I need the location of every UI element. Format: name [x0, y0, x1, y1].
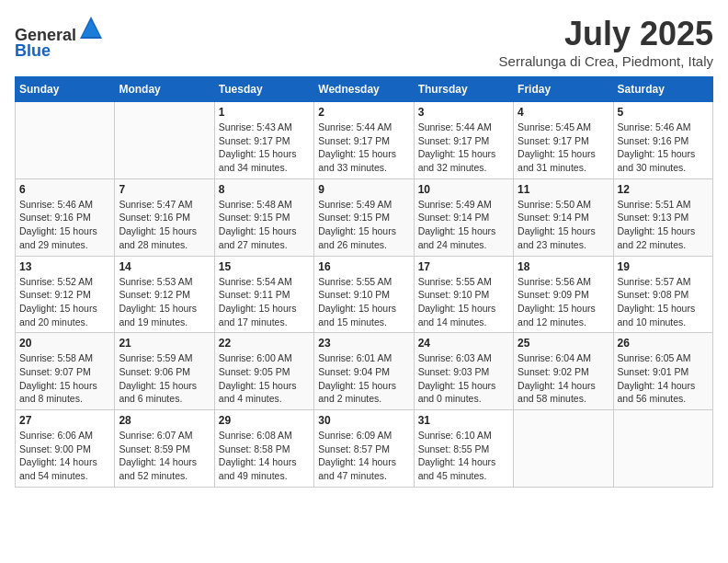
day-info: Sunrise: 5:57 AM Sunset: 9:08 PM Dayligh… — [618, 275, 709, 329]
title-block: July 2025 Serralunga di Crea, Piedmont, … — [499, 15, 713, 69]
day-info: Sunrise: 6:00 AM Sunset: 9:05 PM Dayligh… — [219, 351, 310, 406]
day-number: 8 — [219, 183, 310, 196]
day-info: Sunrise: 5:46 AM Sunset: 9:16 PM Dayligh… — [618, 121, 709, 175]
calendar-cell: 1Sunrise: 5:43 AM Sunset: 9:17 PM Daylig… — [214, 102, 313, 179]
weekday-header: Wednesday — [314, 77, 414, 102]
day-number: 16 — [318, 260, 409, 273]
calendar-cell: 22Sunrise: 6:00 AM Sunset: 9:05 PM Dayli… — [214, 333, 313, 410]
day-info: Sunrise: 5:49 AM Sunset: 9:14 PM Dayligh… — [418, 198, 509, 252]
day-info: Sunrise: 6:10 AM Sunset: 8:55 PM Dayligh… — [418, 429, 509, 483]
day-number: 10 — [418, 183, 509, 196]
day-info: Sunrise: 6:04 AM Sunset: 9:02 PM Dayligh… — [518, 351, 609, 406]
calendar-cell: 28Sunrise: 6:07 AM Sunset: 8:59 PM Dayli… — [115, 410, 214, 488]
day-info: Sunrise: 5:46 AM Sunset: 9:16 PM Dayligh… — [19, 198, 110, 252]
day-info: Sunrise: 5:52 AM Sunset: 9:12 PM Dayligh… — [19, 275, 110, 329]
calendar-cell: 11Sunrise: 5:50 AM Sunset: 9:14 PM Dayli… — [514, 178, 613, 256]
calendar-cell: 27Sunrise: 6:06 AM Sunset: 9:00 PM Dayli… — [16, 410, 115, 488]
day-info: Sunrise: 5:55 AM Sunset: 9:10 PM Dayligh… — [418, 275, 509, 329]
day-number: 28 — [119, 414, 210, 427]
calendar-cell: 29Sunrise: 6:08 AM Sunset: 8:58 PM Dayli… — [214, 410, 313, 488]
calendar-cell: 21Sunrise: 5:59 AM Sunset: 9:06 PM Dayli… — [115, 333, 214, 410]
calendar-week-row: 20Sunrise: 5:58 AM Sunset: 9:07 PM Dayli… — [16, 333, 713, 410]
calendar-cell: 8Sunrise: 5:48 AM Sunset: 9:15 PM Daylig… — [214, 178, 313, 256]
calendar-cell — [613, 410, 712, 488]
calendar-cell: 18Sunrise: 5:56 AM Sunset: 9:09 PM Dayli… — [514, 256, 613, 333]
calendar-week-row: 13Sunrise: 5:52 AM Sunset: 9:12 PM Dayli… — [16, 256, 713, 333]
calendar-cell: 6Sunrise: 5:46 AM Sunset: 9:16 PM Daylig… — [16, 178, 115, 256]
day-number: 11 — [518, 183, 609, 196]
calendar-cell: 20Sunrise: 5:58 AM Sunset: 9:07 PM Dayli… — [16, 333, 115, 410]
day-info: Sunrise: 5:56 AM Sunset: 9:09 PM Dayligh… — [518, 275, 609, 329]
day-number: 23 — [318, 337, 409, 350]
logo-blue-text: Blue — [15, 41, 104, 61]
calendar-cell: 3Sunrise: 5:44 AM Sunset: 9:17 PM Daylig… — [414, 102, 513, 179]
day-number: 6 — [19, 183, 110, 196]
calendar-cell: 9Sunrise: 5:49 AM Sunset: 9:15 PM Daylig… — [314, 178, 414, 256]
day-number: 7 — [119, 183, 210, 196]
day-number: 30 — [318, 414, 409, 427]
day-info: Sunrise: 5:58 AM Sunset: 9:07 PM Dayligh… — [19, 351, 110, 406]
calendar-cell: 13Sunrise: 5:52 AM Sunset: 9:12 PM Dayli… — [16, 256, 115, 333]
day-number: 19 — [618, 260, 709, 273]
day-info: Sunrise: 6:03 AM Sunset: 9:03 PM Dayligh… — [418, 351, 509, 406]
calendar-week-row: 1Sunrise: 5:43 AM Sunset: 9:17 PM Daylig… — [16, 102, 713, 179]
calendar-cell: 30Sunrise: 6:09 AM Sunset: 8:57 PM Dayli… — [314, 410, 414, 488]
calendar-week-row: 27Sunrise: 6:06 AM Sunset: 9:00 PM Dayli… — [16, 410, 713, 488]
day-number: 17 — [418, 260, 509, 273]
day-number: 31 — [418, 414, 509, 427]
day-number: 20 — [19, 337, 110, 350]
weekday-header: Sunday — [16, 77, 115, 102]
calendar-header-row: SundayMondayTuesdayWednesdayThursdayFrid… — [16, 77, 713, 102]
weekday-header: Friday — [514, 77, 613, 102]
day-info: Sunrise: 5:59 AM Sunset: 9:06 PM Dayligh… — [119, 351, 210, 406]
logo-icon — [78, 15, 104, 40]
calendar-cell: 19Sunrise: 5:57 AM Sunset: 9:08 PM Dayli… — [613, 256, 712, 333]
calendar-cell — [514, 410, 613, 488]
svg-marker-1 — [82, 20, 100, 37]
day-info: Sunrise: 5:44 AM Sunset: 9:17 PM Dayligh… — [418, 121, 509, 175]
day-number: 22 — [219, 337, 310, 350]
day-info: Sunrise: 5:53 AM Sunset: 9:12 PM Dayligh… — [119, 275, 210, 329]
day-info: Sunrise: 5:54 AM Sunset: 9:11 PM Dayligh… — [219, 275, 310, 329]
day-number: 26 — [618, 337, 709, 350]
day-number: 18 — [518, 260, 609, 273]
day-info: Sunrise: 6:05 AM Sunset: 9:01 PM Dayligh… — [618, 351, 709, 406]
calendar-subtitle: Serralunga di Crea, Piedmont, Italy — [499, 53, 713, 69]
calendar-cell: 12Sunrise: 5:51 AM Sunset: 9:13 PM Dayli… — [613, 178, 712, 256]
day-number: 29 — [219, 414, 310, 427]
day-number: 5 — [618, 106, 709, 119]
calendar-cell: 24Sunrise: 6:03 AM Sunset: 9:03 PM Dayli… — [414, 333, 513, 410]
calendar-cell: 26Sunrise: 6:05 AM Sunset: 9:01 PM Dayli… — [613, 333, 712, 410]
calendar-cell: 10Sunrise: 5:49 AM Sunset: 9:14 PM Dayli… — [414, 178, 513, 256]
day-number: 9 — [318, 183, 409, 196]
day-info: Sunrise: 5:50 AM Sunset: 9:14 PM Dayligh… — [518, 198, 609, 252]
day-number: 1 — [219, 106, 310, 119]
calendar-cell: 14Sunrise: 5:53 AM Sunset: 9:12 PM Dayli… — [115, 256, 214, 333]
weekday-header: Tuesday — [214, 77, 313, 102]
day-info: Sunrise: 6:01 AM Sunset: 9:04 PM Dayligh… — [318, 351, 409, 406]
day-number: 27 — [19, 414, 110, 427]
day-info: Sunrise: 5:44 AM Sunset: 9:17 PM Dayligh… — [318, 121, 409, 175]
day-info: Sunrise: 5:55 AM Sunset: 9:10 PM Dayligh… — [318, 275, 409, 329]
day-number: 2 — [318, 106, 409, 119]
page-header: General Blue July 2025 Serralunga di Cre… — [15, 15, 713, 69]
calendar-cell: 25Sunrise: 6:04 AM Sunset: 9:02 PM Dayli… — [514, 333, 613, 410]
day-info: Sunrise: 5:49 AM Sunset: 9:15 PM Dayligh… — [318, 198, 409, 252]
logo: General Blue — [15, 15, 104, 61]
day-number: 13 — [19, 260, 110, 273]
day-number: 24 — [418, 337, 509, 350]
day-number: 3 — [418, 106, 509, 119]
calendar-cell: 17Sunrise: 5:55 AM Sunset: 9:10 PM Dayli… — [414, 256, 513, 333]
day-info: Sunrise: 6:08 AM Sunset: 8:58 PM Dayligh… — [219, 429, 310, 483]
calendar-cell: 16Sunrise: 5:55 AM Sunset: 9:10 PM Dayli… — [314, 256, 414, 333]
calendar-cell — [115, 102, 214, 179]
day-info: Sunrise: 5:48 AM Sunset: 9:15 PM Dayligh… — [219, 198, 310, 252]
logo-block: General Blue — [15, 15, 104, 61]
calendar-cell: 31Sunrise: 6:10 AM Sunset: 8:55 PM Dayli… — [414, 410, 513, 488]
day-info: Sunrise: 5:45 AM Sunset: 9:17 PM Dayligh… — [518, 121, 609, 175]
day-number: 12 — [618, 183, 709, 196]
day-number: 14 — [119, 260, 210, 273]
calendar-cell: 23Sunrise: 6:01 AM Sunset: 9:04 PM Dayli… — [314, 333, 414, 410]
day-info: Sunrise: 5:51 AM Sunset: 9:13 PM Dayligh… — [618, 198, 709, 252]
calendar-cell: 4Sunrise: 5:45 AM Sunset: 9:17 PM Daylig… — [514, 102, 613, 179]
